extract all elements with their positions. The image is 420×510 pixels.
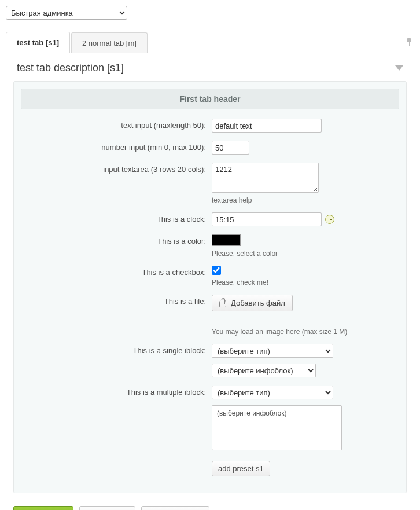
row-textarea: input textarea (3 rows 20 cols): 1212 te… — [21, 163, 399, 204]
row-single-iblock: This is a single iblock: (выберите тип) … — [21, 344, 399, 377]
row-clock: This is a clock: — [21, 212, 399, 226]
text-input[interactable] — [212, 119, 322, 133]
default-button[interactable]: По умолчанию — [141, 506, 209, 510]
form-container: First tab header text input (maxlength 5… — [13, 81, 407, 493]
row-color: This is a color: Please, select a color — [21, 234, 399, 258]
label-file: This is a file: — [21, 295, 212, 306]
listbox-item[interactable]: (выберите инфоблок) — [217, 409, 337, 417]
label-number-input: number input (min 0, max 100): — [21, 141, 212, 152]
panel: test tab description [s1] First tab head… — [6, 53, 414, 510]
tab-normal-m[interactable]: 2 normal tab [m] — [71, 32, 148, 53]
footer: Сохранить Применить По умолчанию — [6, 500, 414, 510]
context-select[interactable]: Быстрая админка — [6, 6, 127, 20]
label-textarea: input textarea (3 rows 20 cols): — [21, 163, 212, 174]
color-help: Please, select a color — [212, 250, 278, 258]
row-text-input: text input (maxlength 50): — [21, 119, 399, 133]
single-iblock-select[interactable]: (выберите инфоблок) — [212, 364, 316, 377]
section-title: test tab description [s1] — [17, 62, 124, 74]
add-file-button[interactable]: Добавить файл — [212, 295, 293, 311]
section-header: test tab description [s1] — [6, 53, 414, 81]
color-swatch[interactable] — [212, 234, 241, 246]
tabs-row: test tab [s1] 2 normal tab [m] — [6, 31, 414, 53]
textarea-input[interactable]: 1212 — [212, 163, 319, 193]
clock-icon[interactable] — [325, 215, 334, 224]
checkbox-help: Please, check me! — [212, 278, 268, 287]
label-clock: This is a clock: — [21, 212, 212, 223]
textarea-help: textarea help — [212, 196, 252, 204]
file-help: You may load an image here (max size 1 M… — [212, 328, 347, 336]
add-preset-button[interactable]: add preset s1 — [212, 461, 270, 476]
add-file-label: Добавить файл — [231, 299, 285, 307]
number-input[interactable] — [212, 141, 249, 155]
pin-icon[interactable] — [405, 38, 414, 47]
row-multi-iblock: This is a multiple iblock: (выберите тип… — [21, 386, 399, 476]
row-checkbox: This is a checkbox: Please, check me! — [21, 266, 399, 287]
clock-input[interactable] — [212, 212, 322, 226]
checkbox-input[interactable] — [212, 266, 221, 275]
single-iblock-type-select[interactable]: (выберите тип) — [212, 344, 333, 358]
row-file: This is a file: Добавить файл You may lo… — [21, 295, 399, 336]
label-text-input: text input (maxlength 50): — [21, 119, 212, 130]
tab-test-s1[interactable]: test tab [s1] — [6, 32, 70, 53]
form-rows: text input (maxlength 50): number input … — [14, 116, 406, 493]
multi-iblock-listbox[interactable]: (выберите инфоблок) — [212, 405, 342, 450]
save-button[interactable]: Сохранить — [13, 506, 73, 510]
label-color: This is a color: — [21, 234, 212, 245]
apply-button[interactable]: Применить — [79, 506, 135, 510]
collapse-icon[interactable] — [395, 65, 403, 71]
row-number-input: number input (min 0, max 100): — [21, 141, 399, 155]
label-single-iblock: This is a single iblock: — [21, 344, 212, 355]
label-multi-iblock: This is a multiple iblock: — [21, 386, 212, 397]
tab-header-bar: First tab header — [21, 89, 399, 109]
multi-iblock-type-select[interactable]: (выберите тип) — [212, 386, 333, 399]
label-checkbox: This is a checkbox: — [21, 266, 212, 277]
paperclip-icon — [219, 299, 226, 307]
